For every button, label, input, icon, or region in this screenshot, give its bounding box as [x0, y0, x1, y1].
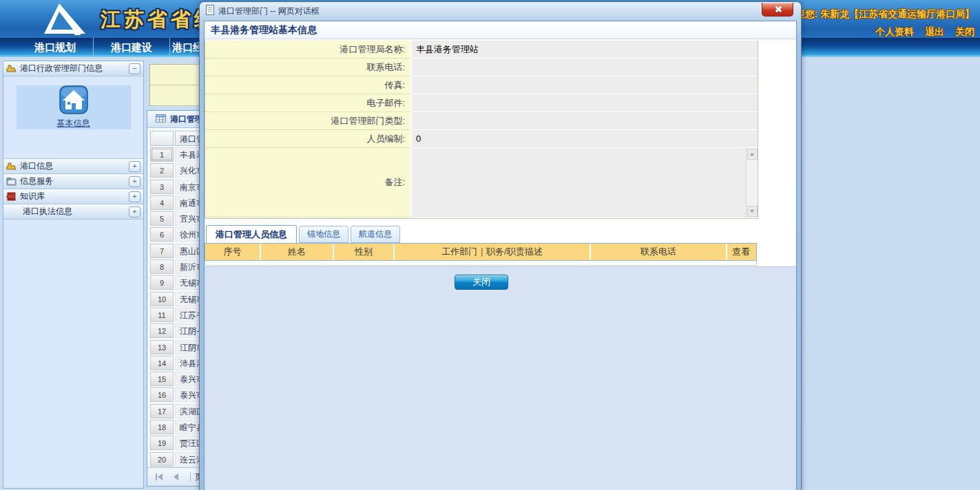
row-number-cell: 13: [150, 340, 174, 354]
row-number-cell: 1: [150, 147, 174, 162]
row-number-cell: 18: [150, 420, 174, 434]
expand-toggle-icon[interactable]: +: [129, 161, 140, 172]
close-button[interactable]: 关闭: [455, 275, 508, 290]
row-number-cell: 17: [150, 404, 174, 418]
sidebar-panel-port-admin-dept[interactable]: 港口行政管理部门信息 −: [3, 61, 143, 76]
dialog-close-button[interactable]: [762, 3, 793, 17]
table-column-header: 查看: [726, 244, 755, 260]
row-number-cell: 15: [150, 372, 174, 386]
expand-toggle-icon[interactable]: +: [129, 191, 140, 202]
document-icon: [206, 5, 214, 17]
field-label: 港口管理局名称:: [205, 41, 410, 58]
collapse-toggle-icon[interactable]: −: [129, 63, 140, 74]
field-value-text: 丰县港务管理站: [416, 44, 479, 54]
field-value: [410, 112, 758, 130]
form-field-row: 港口管理局名称: 丰县港务管理站: [205, 41, 758, 58]
field-label: 备注:: [205, 148, 410, 217]
table-column-header: 联系电话: [590, 244, 726, 260]
pager-divider: [190, 472, 191, 482]
sidebar-panel[interactable]: 港口信息 +: [3, 159, 143, 174]
dialog-tab[interactable]: 航道信息: [351, 226, 400, 243]
section-title: 丰县港务管理站基本信息: [205, 21, 796, 39]
basic-info-label: 基本信息: [57, 118, 90, 129]
sidebar-panel[interactable]: 信息服务 +: [3, 174, 143, 189]
row-number-cell: 11: [150, 308, 174, 322]
field-label: 港口管理部门类型:: [205, 112, 410, 130]
logo-icon: [23, 2, 90, 39]
remark-scrollbar[interactable]: [746, 148, 758, 217]
row-number-cell: 4: [150, 195, 174, 210]
table-column-header: 姓名: [260, 244, 333, 260]
expand-toggle-icon[interactable]: +: [129, 206, 140, 217]
port-icon: [6, 64, 17, 73]
field-label: 人员编制:: [205, 130, 410, 148]
form-field-row: 传真:: [205, 76, 758, 94]
form-field-row: 电子邮件:: [205, 94, 758, 112]
dialog-content: 丰县港务管理站基本信息 港口管理局名称: 丰县港务管理站 联系电话:: [204, 21, 797, 490]
table-column-header: 性别: [333, 244, 393, 260]
close-x-icon: [774, 6, 782, 13]
dialog-titlebar: 港口管理部门 -- 网页对话框: [200, 2, 801, 20]
folder-icon: [6, 177, 17, 186]
profile-link[interactable]: 个人资料: [875, 26, 914, 37]
form-field-row: 备注:: [205, 148, 758, 218]
home-icon: [59, 85, 88, 117]
port-icon: [6, 162, 17, 171]
welcome-text: 欢迎您: 朱新龙【江苏省交通运输厅港口局】: [785, 8, 974, 21]
field-label: 联系电话:: [205, 58, 410, 76]
dialog-lower-area: 关闭: [205, 266, 796, 490]
field-value-text: 0: [416, 134, 421, 144]
dialog-tabs: 港口管理人员信息 锚地信息 航道信息: [206, 225, 796, 243]
row-number-cell: 19: [150, 436, 174, 450]
row-number-cell: 14: [150, 356, 174, 370]
nav-tab[interactable]: 港口规划: [17, 38, 94, 57]
dialog-tab[interactable]: 锚地信息: [299, 226, 348, 243]
books-icon: [6, 192, 17, 201]
field-value: [410, 76, 758, 94]
row-number-cell: 8: [150, 259, 174, 274]
sidebar-panel-label: 港口行政管理部门信息: [20, 63, 103, 74]
row-number-cell: 9: [150, 275, 174, 290]
logout-link[interactable]: 退出: [925, 26, 944, 37]
nav-tab[interactable]: 港口建设: [94, 38, 170, 57]
port-dept-dialog: 港口管理部门 -- 网页对话框 丰县港务管理站基本信息 港口管理局名称: 丰县港…: [199, 1, 802, 490]
row-number-cell: 2: [150, 163, 174, 178]
sidebar-panel-label: 信息服务: [20, 175, 53, 187]
row-number-cell: 12: [150, 323, 174, 338]
table-grid-icon: [156, 114, 166, 125]
dialog-tab[interactable]: 港口管理人员信息: [206, 225, 297, 243]
form-field-row: 联系电话:: [205, 58, 758, 76]
sidebar-panel-label: 港口执法信息: [23, 206, 72, 217]
field-value: [410, 94, 758, 112]
row-number-cell: 16: [150, 387, 174, 402]
top-links: 个人资料退出关闭: [864, 26, 974, 39]
expand-toggle-icon[interactable]: +: [129, 176, 140, 187]
field-value: [410, 58, 758, 76]
prev-page-icon[interactable]: [169, 471, 182, 482]
sidebar-item-basic-info[interactable]: 基本信息: [17, 85, 131, 129]
table-column-header: 序号: [205, 244, 260, 260]
field-label: 电子邮件:: [205, 94, 410, 112]
field-value: 丰县港务管理站: [410, 41, 758, 58]
row-number-cell: 6: [150, 227, 174, 242]
table-column-header: 工作部门｜职务/职责描述: [393, 244, 590, 260]
scroll-up-icon[interactable]: [747, 149, 758, 160]
sidebar: 港口行政管理部门信息 − 基本信息: [3, 61, 144, 489]
sidebar-panel-label: 知识库: [20, 191, 45, 202]
form-field-row: 人员编制: 0: [205, 130, 758, 148]
empty-table-body: [205, 261, 757, 266]
scroll-down-icon[interactable]: [747, 206, 758, 217]
personnel-table-header: 序号 姓名 性别 工作部门｜职务/职责描述 联系电话 查看: [205, 243, 757, 261]
row-number-cell: 7: [150, 244, 174, 258]
form-field-row: 港口管理部门类型:: [205, 112, 758, 130]
sidebar-panel[interactable]: 港口执法信息 +: [3, 204, 143, 220]
field-value: [410, 148, 758, 218]
list-panel-title: 港口管理: [170, 114, 203, 125]
first-page-icon[interactable]: [153, 471, 165, 482]
row-number-cell: 5: [150, 211, 174, 226]
sidebar-panel-body: 基本信息: [3, 76, 143, 159]
sidebar-panel-label: 港口信息: [20, 160, 53, 172]
close-link[interactable]: 关闭: [955, 26, 974, 37]
sidebar-panel[interactable]: 知识库 +: [3, 189, 143, 204]
row-number-cell: 20: [150, 452, 174, 467]
